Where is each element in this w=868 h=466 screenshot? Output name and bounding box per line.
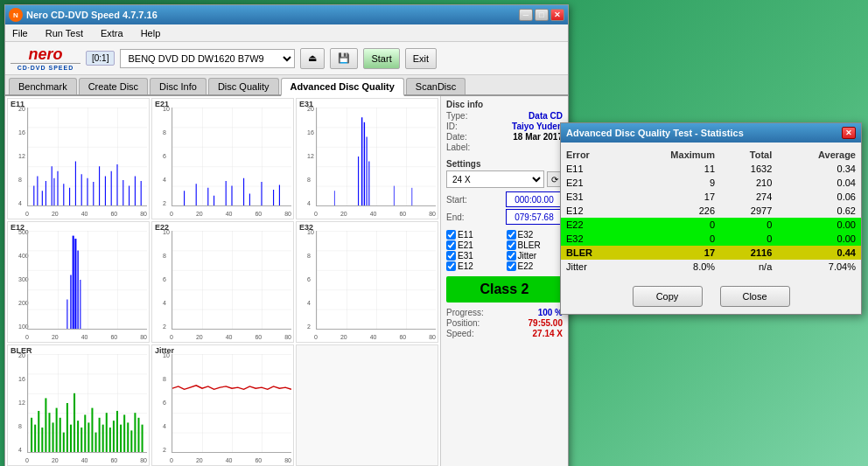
speed-value: 27.14 X bbox=[533, 329, 563, 338]
start-button[interactable]: Start bbox=[363, 48, 399, 69]
speed-select[interactable]: 24 X bbox=[446, 170, 544, 188]
cb-e31: E31 bbox=[446, 251, 503, 261]
drive-badge: [0:1] bbox=[86, 51, 115, 66]
tab-create-disc[interactable]: Create Disc bbox=[79, 78, 148, 94]
stat-error: E11 bbox=[561, 162, 625, 176]
stat-error: BLER bbox=[561, 246, 625, 260]
disc-label-row: Label: - bbox=[446, 143, 563, 152]
table-row: E31 17 274 0.06 bbox=[561, 190, 861, 204]
exit-button[interactable]: Exit bbox=[405, 48, 437, 69]
chart-jitter-yaxis: 108642 bbox=[163, 352, 170, 453]
disc-id-value: Taiyo Yuden bbox=[512, 122, 563, 131]
stat-maximum: 9 bbox=[625, 176, 720, 190]
cb-e32-input[interactable] bbox=[507, 230, 516, 240]
side-panel: Disc info Type: Data CD ID: Taiyo Yuden … bbox=[441, 96, 568, 466]
dialog-title: Advanced Disc Quality Test - Statistics bbox=[566, 128, 744, 138]
cb-e11-input[interactable] bbox=[446, 230, 456, 240]
cb-e22-input[interactable] bbox=[507, 261, 516, 271]
close-button[interactable]: ✕ bbox=[550, 9, 564, 21]
dialog-close-icon[interactable]: ✕ bbox=[842, 127, 856, 139]
cb-jitter-input[interactable] bbox=[507, 251, 516, 261]
settings-section: Settings 24 X ⟳ Start: End: bbox=[446, 159, 563, 225]
chart-bler-xaxis: 020406080 bbox=[25, 457, 147, 463]
disc-info-title: Disc info bbox=[446, 100, 563, 109]
nero-subtitle: CD·DVD SPEED bbox=[18, 65, 74, 71]
stat-error: Jitter bbox=[561, 260, 625, 274]
stats-table: Error Maximum Total Average E11 11 1632 … bbox=[561, 148, 861, 274]
tab-disc-info[interactable]: Disc Info bbox=[150, 78, 206, 94]
stat-average: 0.62 bbox=[777, 204, 861, 218]
table-row: Jitter 8.0% n/a 7.04% bbox=[561, 260, 861, 274]
cb-e31-input[interactable] bbox=[446, 251, 456, 261]
stat-average: 7.04% bbox=[777, 260, 861, 274]
cb-e21-label: E21 bbox=[458, 240, 473, 250]
chart-e12-xaxis: 020406080 bbox=[25, 334, 147, 340]
title-bar-left: N Nero CD-DVD Speed 4.7.7.16 bbox=[9, 8, 158, 22]
eject-button[interactable]: ⏏ bbox=[300, 48, 325, 69]
chart-e21-area bbox=[172, 108, 291, 206]
start-time-row: Start: bbox=[446, 191, 563, 207]
tab-benchmark[interactable]: Benchmark bbox=[9, 78, 77, 94]
progress-row: Progress: 100 % bbox=[446, 308, 563, 317]
disc-id-row: ID: Taiyo Yuden bbox=[446, 122, 563, 131]
tab-scan-disc[interactable]: ScanDisc bbox=[406, 78, 466, 94]
cb-e32-label: E32 bbox=[518, 230, 534, 240]
chart-e11-yaxis: 20161284 bbox=[18, 106, 25, 206]
disc-type-label: Type: bbox=[446, 111, 467, 121]
main-content: E11 20161284 020406080 bbox=[5, 96, 568, 466]
cb-e12-input[interactable] bbox=[446, 261, 456, 271]
stat-total: 2977 bbox=[720, 204, 777, 218]
stat-maximum: 0 bbox=[625, 218, 720, 232]
col-total: Total bbox=[720, 148, 777, 162]
cb-e22: E22 bbox=[507, 261, 564, 271]
nero-logo-text: nero bbox=[28, 46, 62, 62]
disc-info-section: Disc info Type: Data CD ID: Taiyo Yuden … bbox=[446, 100, 563, 152]
chart-e31-xaxis: 020406080 bbox=[314, 211, 436, 217]
menu-help[interactable]: Help bbox=[137, 26, 164, 40]
cb-jitter: Jitter bbox=[507, 251, 564, 261]
disc-id-label: ID: bbox=[446, 122, 458, 131]
stat-maximum: 0 bbox=[625, 232, 720, 246]
start-time-input[interactable] bbox=[506, 191, 563, 207]
cb-e21-input[interactable] bbox=[446, 240, 456, 250]
menu-file[interactable]: File bbox=[9, 26, 32, 40]
save-button[interactable]: 💾 bbox=[330, 48, 358, 69]
drive-select[interactable]: BENQ DVD DD DW1620 B7W9 bbox=[120, 49, 295, 68]
stat-average: 0.06 bbox=[777, 190, 861, 204]
cb-e11: E11 bbox=[446, 230, 503, 240]
chart-e32-area bbox=[316, 231, 436, 330]
stat-total: 274 bbox=[720, 190, 777, 204]
disc-type-value: Data CD bbox=[528, 111, 563, 121]
close-button[interactable]: Close bbox=[720, 286, 790, 307]
minimize-button[interactable]: ─ bbox=[519, 9, 533, 21]
end-time-input[interactable] bbox=[506, 209, 563, 225]
menu-extra[interactable]: Extra bbox=[97, 26, 127, 40]
app-title: Nero CD-DVD Speed 4.7.7.16 bbox=[26, 10, 158, 20]
col-average: Average bbox=[777, 148, 861, 162]
menu-bar: File Run Test Extra Help bbox=[5, 24, 568, 42]
maximize-button[interactable]: □ bbox=[535, 9, 549, 21]
stat-maximum: 226 bbox=[625, 204, 720, 218]
speed-info-label: Speed: bbox=[446, 329, 474, 338]
tab-disc-quality[interactable]: Disc Quality bbox=[208, 78, 279, 94]
tab-advanced-disc-quality[interactable]: Advanced Disc Quality bbox=[281, 78, 404, 96]
disc-date-value: 18 Mar 2017 bbox=[513, 132, 563, 142]
copy-button[interactable]: Copy bbox=[633, 286, 703, 307]
cb-e12: E12 bbox=[446, 261, 503, 271]
svg-rect-43 bbox=[28, 231, 147, 329]
position-label: Position: bbox=[446, 318, 480, 328]
dialog-title-bar: Advanced Disc Quality Test - Statistics … bbox=[561, 123, 861, 143]
stat-error: E21 bbox=[561, 176, 625, 190]
cb-bler-input[interactable] bbox=[507, 240, 516, 250]
position-value: 79:55.00 bbox=[528, 318, 563, 328]
stat-total: 0 bbox=[720, 232, 777, 246]
stats-header-row: Error Maximum Total Average bbox=[561, 148, 861, 162]
stat-total: n/a bbox=[720, 260, 777, 274]
cb-e11-label: E11 bbox=[458, 230, 473, 240]
chart-e22-yaxis: 108642 bbox=[163, 229, 170, 330]
menu-run-test[interactable]: Run Test bbox=[42, 26, 87, 40]
chart-e11-xaxis: 020406080 bbox=[25, 211, 147, 217]
chart-e32-xaxis: 020406080 bbox=[314, 334, 436, 340]
chart-e11: E11 20161284 020406080 bbox=[7, 98, 150, 219]
table-row: E21 9 210 0.04 bbox=[561, 176, 861, 190]
